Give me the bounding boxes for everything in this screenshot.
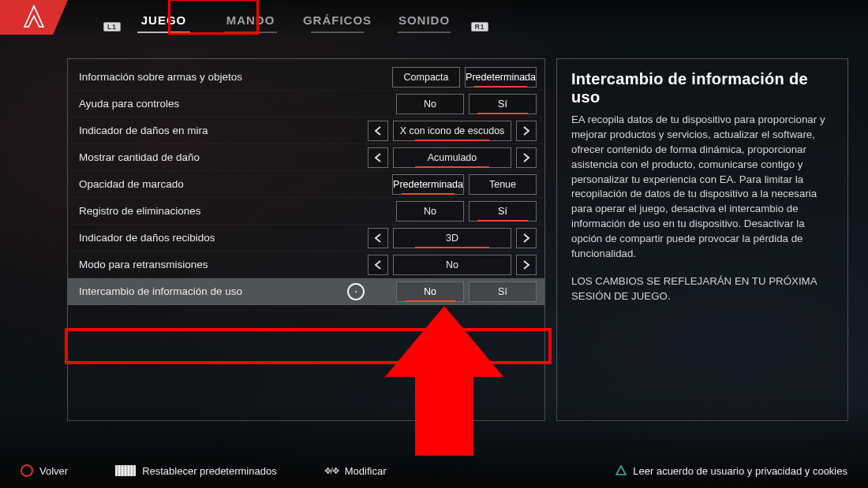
- footer-back-label: Volver: [39, 465, 68, 477]
- info-body-2: LOS CAMBIOS SE REFLEJARÁN EN TU PRÓXIMA …: [571, 274, 833, 304]
- stepper-prev[interactable]: [368, 147, 388, 168]
- footer-legal-label: Leer acuerdo de usuario y privacidad y c…: [633, 465, 847, 477]
- tab-juego[interactable]: JUEGO: [121, 13, 208, 35]
- setting-label: Ayuda para controles: [79, 98, 396, 110]
- info-body: EA recopila datos de tu dispositivo para…: [571, 113, 833, 262]
- setting-label: Intercambio de información de uso: [79, 285, 331, 297]
- footer-back[interactable]: Volver: [21, 464, 68, 477]
- setting-label: Mostrar cantidad de daño: [79, 151, 368, 163]
- stepper-prev[interactable]: [368, 255, 388, 275]
- setting-control: NoSí: [396, 201, 537, 222]
- toggle-option[interactable]: Sí: [469, 281, 537, 302]
- setting-row: Información sobre armas y objetosCompact…: [68, 64, 544, 91]
- annotation-arrow: [385, 306, 503, 471]
- toggle-option[interactable]: Predeterminada: [392, 174, 464, 195]
- tab-label: SONIDO: [398, 13, 450, 27]
- toggle-option[interactable]: Tenue: [469, 174, 537, 195]
- stepper-value[interactable]: X con icono de escudos: [393, 121, 511, 141]
- stepper-next[interactable]: [516, 228, 537, 248]
- stepper-prev[interactable]: [368, 228, 388, 248]
- setting-control: X con icono de escudos: [368, 121, 537, 141]
- bumper-right: R1: [471, 22, 489, 32]
- cursor-icon: [347, 283, 365, 300]
- info-panel: Intercambio de información de uso EA rec…: [556, 58, 848, 421]
- setting-row: Mostrar cantidad de dañoAcumulado: [68, 144, 544, 171]
- tab-label: GRÁFICOS: [303, 13, 372, 27]
- stepper-value[interactable]: No: [393, 255, 511, 275]
- setting-row: Modo para retransmisionesNo: [68, 251, 544, 278]
- tabs-container: L1 JUEGO MANDO GRÁFICOS SONIDO R1: [103, 13, 488, 35]
- toggle-option[interactable]: No: [396, 281, 464, 302]
- toggle-option[interactable]: Sí: [469, 94, 537, 114]
- toggle-option[interactable]: No: [396, 201, 464, 222]
- stepper-prev[interactable]: [368, 121, 388, 141]
- top-bar: L1 JUEGO MANDO GRÁFICOS SONIDO R1: [0, 0, 868, 35]
- tab-label: MANDO: [226, 13, 275, 27]
- setting-row: Registro de eliminacionesNoSí: [68, 198, 544, 225]
- setting-label: Indicador de daños en mira: [79, 125, 368, 136]
- toggle-option[interactable]: No: [396, 94, 464, 114]
- setting-control: 3D: [368, 228, 537, 248]
- setting-label: Opacidad de marcado: [79, 178, 392, 190]
- footer-reset[interactable]: Restablecer predeterminados: [115, 465, 277, 477]
- options-icon: [115, 465, 136, 476]
- tab-sonido[interactable]: SONIDO: [381, 13, 468, 35]
- setting-control: PredeterminadaTenue: [392, 174, 537, 195]
- toggle-option[interactable]: Compacta: [392, 67, 460, 88]
- stepper-next[interactable]: [516, 255, 537, 275]
- setting-label: Modo para retransmisiones: [79, 259, 368, 270]
- triangle-icon: [615, 465, 627, 476]
- stepper-next[interactable]: [516, 121, 537, 141]
- footer-legal[interactable]: Leer acuerdo de usuario y privacidad y c…: [615, 465, 847, 477]
- apex-logo-icon: [21, 4, 47, 31]
- setting-control: No: [368, 255, 537, 275]
- setting-label: Registro de eliminaciones: [79, 205, 396, 217]
- toggle-option[interactable]: Predeterminada: [465, 67, 537, 88]
- stepper-next[interactable]: [516, 147, 537, 168]
- footer-modify-label: Modificar: [345, 465, 387, 477]
- setting-control: CompactaPredeterminada: [392, 67, 537, 88]
- setting-row: Intercambio de información de usoNoSí: [68, 278, 544, 305]
- setting-row: Indicador de daños en miraX con icono de…: [68, 117, 544, 144]
- setting-control: NoSí: [396, 281, 537, 302]
- setting-label: Indicador de daños recibidos: [79, 232, 368, 244]
- setting-control: NoSí: [396, 94, 537, 114]
- tab-graficos[interactable]: GRÁFICOS: [294, 13, 381, 35]
- footer-reset-label: Restablecer predeterminados: [142, 465, 277, 477]
- circle-icon: [21, 464, 33, 477]
- setting-control: Acumulado: [368, 147, 537, 168]
- tab-label: JUEGO: [141, 13, 187, 27]
- stepper-value[interactable]: 3D: [393, 228, 511, 248]
- tab-mando[interactable]: MANDO: [208, 13, 294, 35]
- footer-modify[interactable]: ✥/✥ Modificar: [324, 465, 387, 477]
- bumper-left: L1: [103, 22, 121, 32]
- setting-row: Ayuda para controlesNoSí: [68, 91, 544, 117]
- game-logo: [0, 0, 68, 35]
- dpad-icon: ✥/✥: [324, 466, 339, 476]
- stepper-value[interactable]: Acumulado: [393, 147, 511, 168]
- setting-label: Información sobre armas y objetos: [79, 71, 392, 83]
- toggle-option[interactable]: Sí: [469, 201, 537, 222]
- info-title: Intercambio de información de uso: [571, 70, 833, 106]
- setting-row: Opacidad de marcadoPredeterminadaTenue: [68, 171, 544, 198]
- setting-row: Indicador de daños recibidos3D: [68, 225, 544, 251]
